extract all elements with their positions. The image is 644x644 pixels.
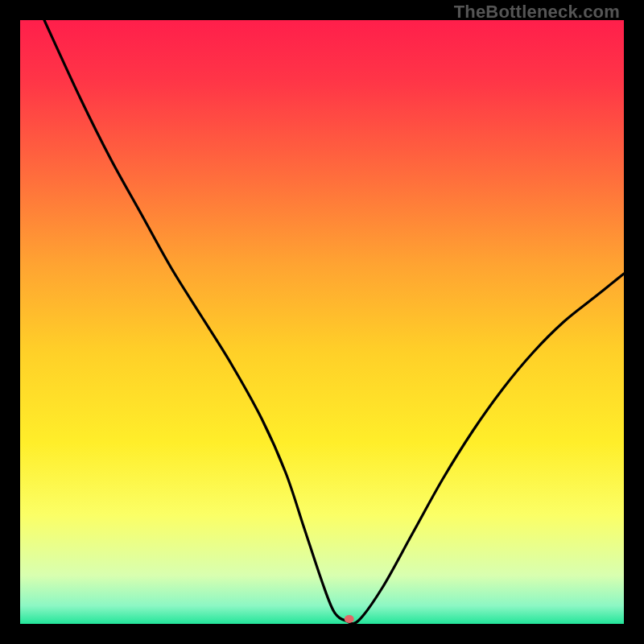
chart-svg bbox=[20, 20, 624, 624]
plot-area bbox=[20, 20, 624, 624]
gradient-background bbox=[20, 20, 624, 624]
minimum-marker bbox=[345, 615, 354, 623]
watermark-text: TheBottleneck.com bbox=[454, 2, 620, 23]
chart-frame: TheBottleneck.com bbox=[0, 0, 644, 644]
